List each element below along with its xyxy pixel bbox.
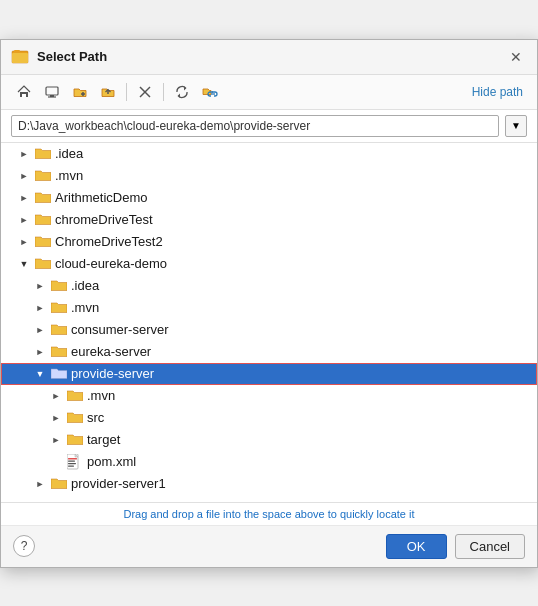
expand-arrow[interactable]: ► [17,235,31,249]
folder-link-button[interactable] [197,80,223,104]
tree-item[interactable]: ► eureka-server [1,341,537,363]
item-label: ArithmeticDemo [55,190,147,205]
hint-text: Drag and drop a file into the space abov… [123,508,414,520]
folder-icon [67,388,83,404]
tree-item[interactable]: ► src [1,407,537,429]
title-bar: Select Path ✕ [1,40,537,75]
app-icon [11,48,29,66]
expand-arrow[interactable]: ► [17,169,31,183]
expand-arrow[interactable]: ► [17,147,31,161]
folder-icon [35,146,51,162]
refresh-button[interactable] [169,80,195,104]
expand-arrow[interactable]: ► [49,433,63,447]
tree-item[interactable]: ► chromeDriveTest [1,209,537,231]
folder-icon [51,300,67,316]
svg-rect-4 [22,94,26,97]
tree-item[interactable]: ► ArithmeticDemo [1,187,537,209]
help-button[interactable]: ? [13,535,35,557]
expand-arrow[interactable]: ► [49,411,63,425]
tree-item[interactable]: ► provider-server1 [1,473,537,495]
item-label: src [87,410,104,425]
folder-icon [51,366,67,382]
expand-arrow[interactable]: ► [33,345,47,359]
folder-up-button[interactable] [95,80,121,104]
svg-rect-5 [46,87,58,95]
tree-item[interactable]: pom.xml [1,451,537,473]
item-label: provide-server [71,366,154,381]
svg-rect-1 [12,53,28,63]
folder-icon [51,344,67,360]
home-button[interactable] [11,80,37,104]
path-dropdown-button[interactable]: ▼ [505,115,527,137]
svg-rect-2 [14,50,20,53]
tree-item[interactable]: ► .idea [1,143,537,165]
tree-item[interactable]: ► .idea [1,275,537,297]
expand-arrow[interactable]: ► [49,389,63,403]
item-label: .mvn [87,388,115,403]
tree-item[interactable]: ► .mvn [1,165,537,187]
item-label: target [87,432,120,447]
expand-arrow[interactable]: ► [17,213,31,227]
desktop-button[interactable] [39,80,65,104]
item-label: ChromeDriveTest2 [55,234,163,249]
expand-arrow[interactable]: ► [33,301,47,315]
item-label: chromeDriveTest [55,212,153,227]
folder-icon [35,256,51,272]
button-bar: ? OK Cancel [1,526,537,567]
item-label: .idea [55,146,83,161]
tree-item[interactable]: ► target [1,429,537,451]
svg-rect-17 [68,463,76,464]
tree-item[interactable]: ► ChromeDriveTest2 [1,231,537,253]
delete-button[interactable] [132,80,158,104]
toolbar-sep1 [126,83,127,101]
tree-item[interactable]: ► .mvn [1,385,537,407]
path-bar: ▼ [1,110,537,143]
help-label: ? [21,539,28,553]
folder-icon [67,410,83,426]
item-label: .mvn [55,168,83,183]
dialog-title: Select Path [37,49,505,64]
item-label: .idea [71,278,99,293]
folder-icon [35,234,51,250]
xml-file-icon [67,454,83,470]
folder-icon [35,190,51,206]
item-label: .mvn [71,300,99,315]
folder-icon [51,476,67,492]
item-label: consumer-server [71,322,169,337]
svg-rect-15 [68,458,77,460]
tree-item-selected[interactable]: ▼ provide-server [1,363,537,385]
ok-button[interactable]: OK [386,534,447,559]
item-label: pom.xml [87,454,136,469]
tree-item[interactable]: ► .mvn [1,297,537,319]
expand-arrow[interactable]: ► [33,323,47,337]
close-button[interactable]: ✕ [505,46,527,68]
select-path-dialog: Select Path ✕ [0,39,538,568]
folder-icon [35,168,51,184]
toolbar: Hide path [1,75,537,110]
folder-icon [67,432,83,448]
expand-arrow[interactable]: ▼ [33,367,47,381]
item-label: cloud-eureka-demo [55,256,167,271]
svg-rect-18 [68,465,74,466]
expand-arrow[interactable]: ► [33,279,47,293]
folder-icon [35,212,51,228]
expand-arrow[interactable]: ▼ [17,257,31,271]
tree-item[interactable]: ► consumer-server [1,319,537,341]
folder-icon [51,278,67,294]
item-label: provider-server1 [71,476,166,491]
item-label: eureka-server [71,344,151,359]
tree-item[interactable]: ▼ cloud-eureka-demo [1,253,537,275]
hide-path-button[interactable]: Hide path [468,83,527,101]
toolbar-sep2 [163,83,164,101]
hint-bar: Drag and drop a file into the space abov… [1,503,537,526]
cancel-button[interactable]: Cancel [455,534,525,559]
new-folder-button[interactable] [67,80,93,104]
path-input[interactable] [11,115,499,137]
expand-arrow[interactable]: ► [33,477,47,491]
file-tree: ► .idea ► .mvn ► ArithmeticDemo [1,143,537,503]
folder-icon [51,322,67,338]
expand-arrow[interactable]: ► [17,191,31,205]
svg-rect-16 [68,460,75,461]
